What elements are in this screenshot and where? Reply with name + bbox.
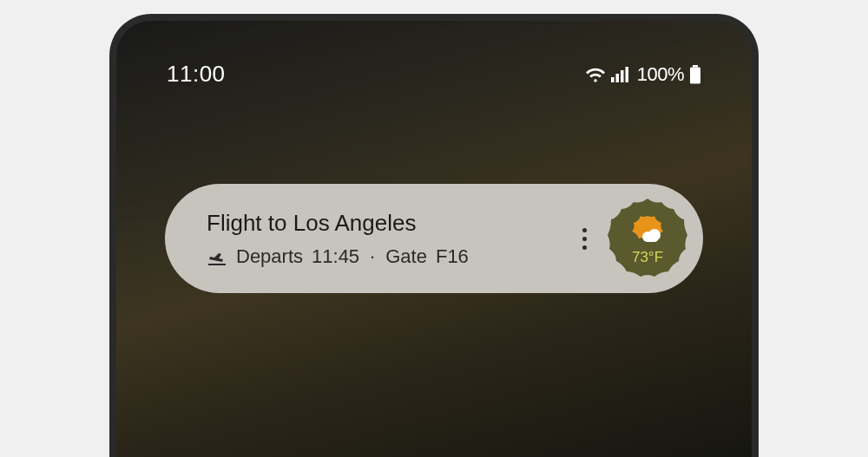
weather-temperature: 73°F: [632, 249, 663, 266]
svg-rect-5: [690, 67, 700, 83]
signal-icon: [611, 66, 630, 83]
dot-icon: [582, 245, 587, 250]
weather-chip[interactable]: 73°F: [604, 195, 691, 282]
status-time: 11:00: [167, 61, 226, 88]
svg-rect-0: [611, 77, 615, 82]
flight-card-content: Flight to Los Angeles Departs 11:45 · Ga…: [207, 210, 571, 268]
svg-rect-8: [646, 235, 658, 242]
departs-label: Departs: [236, 245, 303, 268]
dot-icon: [582, 237, 587, 241]
overflow-menu-button[interactable]: [571, 221, 597, 256]
battery-icon: [689, 65, 701, 84]
svg-rect-3: [625, 67, 628, 82]
phone-frame: 11:00 100% Flight to Los Angeles: [109, 14, 759, 457]
battery-percent: 100%: [637, 63, 684, 86]
sun-cloud-icon: [630, 214, 665, 247]
status-bar: 11:00 100%: [116, 61, 752, 88]
flight-subline: Departs 11:45 · Gate F16: [207, 245, 571, 268]
departure-icon: [207, 248, 227, 265]
flight-card[interactable]: Flight to Los Angeles Departs 11:45 · Ga…: [165, 184, 703, 293]
gate-label: Gate: [385, 245, 427, 268]
wifi-icon: [585, 66, 606, 83]
svg-rect-4: [693, 65, 698, 68]
departs-time: 11:45: [312, 245, 359, 268]
separator-dot: ·: [370, 245, 375, 268]
gate-value: F16: [436, 245, 469, 268]
svg-rect-2: [621, 70, 624, 82]
status-icons: 100%: [585, 63, 701, 86]
flight-title: Flight to Los Angeles: [207, 210, 571, 237]
dot-icon: [582, 228, 587, 232]
phone-screen: 11:00 100% Flight to Los Angeles: [116, 21, 752, 457]
svg-rect-1: [615, 74, 619, 82]
